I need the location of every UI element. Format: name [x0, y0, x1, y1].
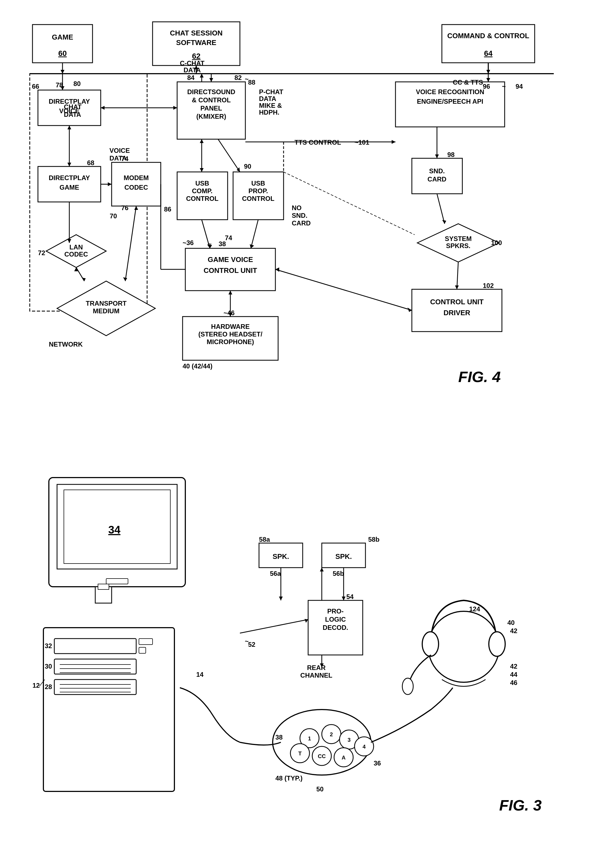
svg-text:MODEM: MODEM — [124, 174, 149, 181]
svg-text:50: 50 — [316, 785, 324, 793]
svg-marker-135 — [275, 267, 279, 272]
svg-text:42: 42 — [510, 627, 517, 635]
svg-text:96: 96 — [483, 83, 490, 90]
svg-marker-154 — [123, 277, 127, 281]
svg-text:FIG. 4: FIG. 4 — [458, 368, 501, 385]
svg-text:CODEC: CODEC — [124, 184, 148, 191]
svg-text:70: 70 — [110, 212, 117, 220]
svg-text:CHAT: CHAT — [64, 103, 82, 110]
svg-text:MIKE &: MIKE & — [259, 102, 282, 109]
svg-text:HDPH.: HDPH. — [259, 108, 280, 116]
svg-text:P-CHAT: P-CHAT — [259, 88, 283, 96]
svg-text:82: 82 — [234, 74, 242, 81]
svg-text:52: 52 — [248, 641, 255, 648]
svg-line-128 — [251, 220, 258, 248]
svg-point-223 — [402, 678, 413, 694]
svg-text:T: T — [298, 751, 301, 757]
svg-marker-120 — [101, 106, 105, 110]
svg-text:62: 62 — [192, 52, 200, 60]
svg-text:80: 80 — [74, 80, 81, 87]
fig3-diagram: text { font-family: Arial, sans-serif; f… — [22, 442, 595, 851]
svg-marker-116 — [68, 126, 71, 129]
svg-text:30: 30 — [45, 663, 52, 670]
svg-text:58b: 58b — [368, 536, 379, 543]
svg-text:48 (TYP.): 48 (TYP.) — [275, 774, 303, 782]
svg-rect-169 — [106, 578, 128, 584]
svg-text:CHANNEL: CHANNEL — [300, 672, 332, 679]
fig4-svg: text { font-family: Arial, sans-serif; f… — [22, 11, 595, 426]
svg-text:MEDIUM: MEDIUM — [93, 307, 119, 315]
svg-text:CONTROL UNIT: CONTROL UNIT — [204, 266, 257, 275]
svg-text:14: 14 — [196, 671, 204, 678]
svg-text:124: 124 — [469, 605, 480, 613]
svg-marker-212 — [305, 619, 308, 623]
svg-text:USB: USB — [195, 179, 209, 187]
svg-line-136 — [457, 262, 458, 289]
svg-text:MICROPHONE): MICROPHONE) — [207, 338, 254, 346]
svg-text:100: 100 — [491, 239, 502, 247]
svg-text:56b: 56b — [333, 570, 344, 577]
svg-marker-210 — [320, 568, 324, 572]
svg-text:LAN: LAN — [69, 243, 83, 251]
svg-text:PRO-: PRO- — [327, 608, 344, 615]
svg-text:64: 64 — [484, 49, 493, 58]
svg-text:36: 36 — [374, 759, 381, 767]
svg-point-216 — [422, 632, 438, 657]
svg-text:98: 98 — [447, 151, 455, 158]
svg-text:VOICE: VOICE — [110, 147, 130, 154]
svg-text:DATA: DATA — [64, 111, 81, 118]
svg-text:TRANSPORT: TRANSPORT — [86, 300, 127, 307]
svg-text:SPK.: SPK. — [335, 552, 352, 561]
svg-rect-171 — [54, 639, 136, 653]
svg-text:SPKRS.: SPKRS. — [446, 242, 470, 250]
svg-text:NETWORK: NETWORK — [49, 341, 83, 348]
svg-rect-166 — [98, 584, 109, 589]
svg-line-126 — [202, 220, 210, 248]
svg-text:SND.: SND. — [429, 167, 445, 175]
svg-text:68: 68 — [87, 159, 94, 166]
svg-marker-155 — [134, 206, 138, 210]
svg-marker-131 — [228, 291, 232, 294]
svg-text:SYSTEM: SYSTEM — [445, 235, 471, 242]
svg-text:DATA: DATA — [259, 95, 276, 102]
svg-marker-147 — [486, 78, 490, 82]
svg-line-211 — [240, 619, 308, 633]
svg-text:ENGINE/SPEECH API: ENGINE/SPEECH API — [417, 98, 483, 105]
svg-text:HARDWARE: HARDWARE — [211, 323, 250, 330]
svg-text:1: 1 — [308, 735, 311, 741]
svg-text:32: 32 — [45, 642, 52, 650]
svg-text:PROP.: PROP. — [248, 187, 268, 195]
fig3-svg: text { font-family: Arial, sans-serif; f… — [22, 442, 595, 851]
svg-text:(STEREO HEADSET/: (STEREO HEADSET/ — [198, 330, 262, 338]
svg-text:12: 12 — [33, 682, 40, 689]
svg-rect-184 — [139, 647, 146, 653]
svg-text:CONTROL: CONTROL — [186, 195, 218, 202]
svg-text:DECOD.: DECOD. — [322, 624, 348, 631]
svg-marker-119 — [173, 106, 177, 110]
svg-text:CC & TTS: CC & TTS — [453, 79, 483, 86]
svg-rect-183 — [139, 639, 152, 645]
svg-text:LOGIC: LOGIC — [325, 616, 346, 623]
svg-text:84: 84 — [187, 74, 195, 81]
svg-text:DATA: DATA — [184, 66, 201, 74]
svg-text:DRIVER: DRIVER — [443, 309, 470, 317]
svg-marker-16 — [61, 70, 64, 74]
svg-text:74: 74 — [225, 234, 232, 242]
svg-marker-206 — [279, 597, 283, 600]
svg-text:60: 60 — [58, 49, 67, 58]
svg-text:4: 4 — [363, 744, 366, 750]
svg-text:SND.: SND. — [292, 212, 307, 219]
svg-text:GAME: GAME — [60, 184, 79, 191]
svg-marker-143 — [392, 140, 396, 144]
svg-text:DATA: DATA — [110, 154, 127, 162]
svg-text:& CONTROL: & CONTROL — [192, 96, 231, 104]
svg-text:SOFTWARE: SOFTWARE — [176, 38, 216, 47]
svg-text:NO: NO — [292, 204, 302, 212]
svg-text:34: 34 — [108, 524, 120, 536]
svg-text:76: 76 — [121, 204, 129, 212]
svg-text:94: 94 — [515, 83, 523, 90]
svg-text:DIRECTSOUND: DIRECTSOUND — [187, 88, 235, 96]
svg-text:GAME VOICE: GAME VOICE — [207, 255, 253, 264]
svg-text:COMMAND & CONTROL: COMMAND & CONTROL — [447, 31, 529, 40]
svg-text:GAME: GAME — [52, 33, 73, 41]
